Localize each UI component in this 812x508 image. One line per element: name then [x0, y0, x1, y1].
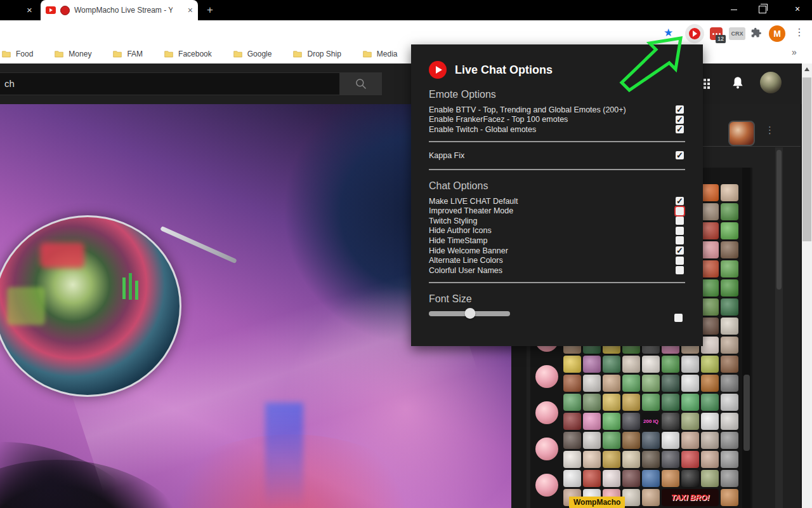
bookmark-folder-media[interactable]: Media [363, 50, 398, 58]
emote-avatar-circle[interactable] [535, 401, 558, 424]
emote[interactable] [701, 394, 719, 411]
emote[interactable] [622, 470, 640, 487]
emote[interactable] [622, 356, 640, 373]
emote[interactable] [622, 489, 640, 506]
emote[interactable] [662, 470, 679, 487]
font-size-slider-thumb[interactable] [465, 308, 476, 319]
emote[interactable] [701, 298, 719, 316]
emote[interactable] [583, 413, 601, 430]
emote[interactable] [642, 470, 660, 487]
emote-menu-scrollbar-thumb[interactable] [743, 375, 750, 451]
emote[interactable] [681, 356, 699, 373]
emote[interactable] [583, 432, 601, 449]
emote[interactable] [681, 432, 699, 449]
emote[interactable] [642, 432, 660, 449]
emote[interactable] [701, 222, 719, 239]
emote-menu-scrollbar[interactable] [742, 168, 750, 508]
option-checkbox[interactable] [676, 207, 684, 215]
chat-scrollbar[interactable] [775, 147, 783, 508]
emote[interactable] [701, 318, 719, 335]
emote[interactable] [701, 184, 719, 201]
emote[interactable] [721, 394, 738, 411]
bookmarks-overflow-icon[interactable]: » [792, 47, 797, 57]
emote-menu-toggle-avatar[interactable] [728, 121, 755, 146]
bookmark-folder-facebook[interactable]: Facebook [164, 50, 212, 58]
emote[interactable] [603, 413, 620, 430]
channel-avatar[interactable] [760, 72, 782, 93]
option-checkbox[interactable] [676, 266, 684, 274]
emote[interactable] [681, 470, 699, 487]
emote[interactable] [701, 241, 719, 258]
emote[interactable] [662, 375, 679, 392]
emote[interactable] [603, 394, 620, 411]
tab-close-icon[interactable]: × [188, 5, 193, 15]
emote[interactable] [603, 470, 620, 487]
option-checkbox[interactable] [676, 151, 684, 159]
emote[interactable] [563, 432, 581, 449]
emote[interactable] [701, 432, 719, 449]
option-checkbox[interactable] [676, 217, 684, 225]
extensions-puzzle-icon[interactable] [751, 27, 764, 40]
emote[interactable] [701, 451, 719, 468]
emote[interactable] [721, 451, 738, 468]
emote[interactable] [721, 241, 738, 258]
emote[interactable] [622, 413, 640, 430]
emote[interactable] [721, 337, 738, 354]
option-checkbox[interactable] [676, 246, 684, 255]
emote[interactable] [662, 413, 679, 430]
emote[interactable] [721, 470, 738, 487]
emote[interactable] [642, 375, 660, 392]
emote[interactable] [662, 451, 679, 468]
emote[interactable] [603, 451, 620, 468]
option-checkbox[interactable] [676, 197, 684, 205]
browser-tab-active[interactable]: WompMacho Live Stream - Y × [41, 0, 198, 20]
emote[interactable] [721, 413, 738, 430]
emote[interactable] [721, 375, 738, 392]
emote[interactable] [701, 337, 719, 354]
new-tab-button[interactable]: + [207, 5, 213, 15]
option-checkbox[interactable] [676, 125, 684, 133]
scrollbar-up-arrow-icon[interactable] [804, 67, 809, 71]
emote[interactable] [622, 394, 640, 411]
chat-username-tag[interactable]: WompMacho [569, 497, 625, 508]
emote[interactable] [701, 356, 719, 373]
browser-scrollbar-thumb[interactable] [802, 77, 811, 241]
emote[interactable] [681, 394, 699, 411]
emote[interactable] [721, 318, 738, 335]
emote[interactable] [701, 203, 719, 220]
option-checkbox[interactable] [676, 105, 684, 114]
search-button[interactable] [340, 72, 382, 95]
bookmark-folder-money[interactable]: Money [55, 50, 91, 58]
window-minimize-button[interactable] [724, 4, 743, 14]
emote[interactable] [642, 451, 660, 468]
emote[interactable] [721, 356, 738, 373]
option-checkbox[interactable] [676, 236, 684, 244]
emote[interactable] [563, 356, 581, 373]
emote[interactable] [622, 375, 640, 392]
emote[interactable] [721, 432, 738, 449]
chat-scrollbar-thumb[interactable] [776, 150, 782, 290]
emote[interactable] [583, 375, 601, 392]
live-chat-extension-icon[interactable] [689, 28, 700, 39]
option-checkbox[interactable] [676, 227, 684, 235]
emote[interactable] [721, 203, 738, 220]
emote-avatar-circle[interactable] [535, 438, 558, 460]
emote[interactable] [622, 451, 640, 468]
emote[interactable] [563, 470, 581, 487]
extra-checkbox[interactable] [674, 314, 683, 322]
emote[interactable] [701, 375, 719, 392]
option-checkbox[interactable] [676, 257, 684, 265]
emote[interactable] [721, 222, 738, 239]
emote[interactable] [681, 413, 699, 430]
emote[interactable] [603, 356, 620, 373]
emote[interactable] [721, 489, 738, 506]
emote-avatar-circle[interactable] [535, 365, 558, 388]
emote[interactable] [563, 451, 581, 468]
emote[interactable] [662, 356, 679, 373]
emote[interactable] [681, 451, 699, 468]
chat-menu-icon[interactable]: ⋮ [765, 124, 775, 136]
bookmark-folder-food[interactable]: Food [2, 50, 33, 58]
window-close-button[interactable]: × [788, 4, 807, 14]
emote[interactable] [701, 413, 719, 430]
emote[interactable] [563, 413, 581, 430]
